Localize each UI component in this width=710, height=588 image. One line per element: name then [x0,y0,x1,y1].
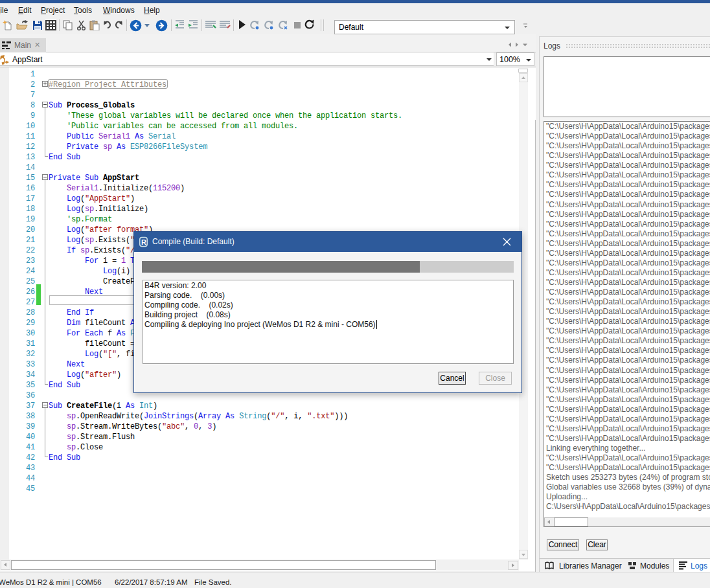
svg-text:R: R [141,238,146,246]
